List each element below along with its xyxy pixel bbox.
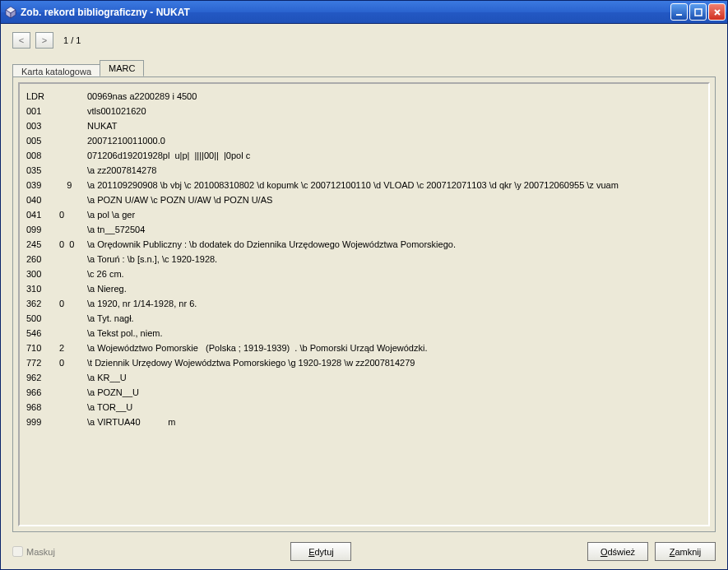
marc-row: 008071206d19201928pl u|p| ||||00|| |0pol…	[26, 148, 702, 163]
tabs: Karta katalogowa MARC	[1, 58, 727, 76]
marc-tag: 260	[26, 252, 59, 266]
close-window-button[interactable]: Zamknij	[655, 542, 716, 561]
mask-label: Maskuj	[26, 547, 55, 557]
marc-record-panel: LDR00969nas a2200289 i 4500001vtls001021…	[18, 82, 710, 526]
nav-toolbar: < > 1 / 1	[1, 24, 727, 53]
marc-row: 546\a Tekst pol., niem.	[26, 326, 702, 341]
marc-indicators: 0	[59, 207, 87, 222]
marc-row: 962\a KR__U	[26, 370, 702, 385]
marc-row: 001vtls001021620	[26, 104, 702, 118]
marc-value: NUKAT	[87, 118, 702, 133]
app-window: Zob. rekord bibliograficzny - NUKAT < > …	[0, 0, 728, 570]
marc-value: \a Niereg.	[87, 281, 702, 296]
marc-row: 966\a POZN__U	[26, 385, 702, 400]
marc-indicators: 0 0	[59, 237, 87, 252]
marc-value: 071206d19201928pl u|p| ||||00|| |0pol c	[87, 148, 702, 163]
marc-value: \a VIRTUA40 m	[87, 415, 702, 429]
marc-tag: 962	[26, 370, 59, 385]
marc-indicators: 0	[59, 296, 87, 311]
marc-value: \a Tyt. nagł.	[87, 311, 702, 326]
maximize-button[interactable]	[689, 3, 707, 21]
marc-row: 00520071210011000.0	[26, 133, 702, 148]
marc-value: \a Tekst pol., niem.	[87, 326, 702, 341]
marc-tag: 710	[26, 341, 59, 355]
marc-tag: LDR	[26, 89, 59, 104]
marc-tag: 772	[26, 355, 59, 370]
marc-row: 999\a VIRTUA40 m	[26, 415, 702, 429]
next-record-button[interactable]: >	[35, 32, 53, 49]
marc-value: \a pol \a ger	[87, 207, 702, 222]
marc-tag: 362	[26, 296, 59, 311]
marc-indicators: 2	[59, 341, 87, 355]
marc-value: \a tn__572504	[87, 222, 702, 237]
marc-row: LDR00969nas a2200289 i 4500	[26, 89, 702, 104]
marc-row: 7102\a Województwo Pomorskie (Polska ; 1…	[26, 341, 702, 355]
marc-row: 500\a Tyt. nagł.	[26, 311, 702, 326]
marc-tag: 001	[26, 104, 59, 118]
svg-rect-1	[695, 9, 702, 16]
marc-tag: 310	[26, 281, 59, 296]
marc-tag: 999	[26, 415, 59, 429]
mask-checkbox	[12, 546, 23, 557]
marc-row: 2450 0\a Orędownik Publiczny : \b dodate…	[26, 237, 702, 252]
close-icon	[713, 8, 721, 16]
close-button[interactable]	[708, 3, 726, 21]
tab-marc[interactable]: MARC	[100, 60, 144, 76]
marc-value: \a 201109290908 \b vbj \c 201008310802 \…	[87, 178, 702, 192]
marc-value: \a Orędownik Publiczny : \b dodatek do D…	[87, 237, 702, 252]
marc-value: \a 1920, nr 1/14-1928, nr 6.	[87, 296, 702, 311]
marc-tag: 039	[26, 178, 59, 192]
edit-button[interactable]: Edytuj	[290, 542, 351, 561]
maximize-icon	[694, 8, 702, 16]
marc-tag: 008	[26, 148, 59, 163]
refresh-button[interactable]: Odśwież	[587, 542, 648, 561]
marc-tag: 035	[26, 163, 59, 178]
marc-tag: 968	[26, 400, 59, 415]
marc-value: \a TOR__U	[87, 400, 702, 415]
minimize-icon	[675, 8, 684, 16]
marc-row: 300\c 26 cm.	[26, 266, 702, 281]
marc-value: \a zz2007814278	[87, 163, 702, 178]
marc-row: 310\a Niereg.	[26, 281, 702, 296]
marc-row: 0410\a pol \a ger	[26, 207, 702, 222]
app-icon	[4, 6, 17, 19]
marc-row: 003NUKAT	[26, 118, 702, 133]
marc-value: \a POZN U/AW \c POZN U/AW \d POZN U/AS	[87, 192, 702, 207]
marc-tag: 500	[26, 311, 59, 326]
marc-indicators: 0	[59, 355, 87, 370]
marc-indicators: 9	[59, 178, 87, 192]
tab-panel: LDR00969nas a2200289 i 4500001vtls001021…	[12, 76, 716, 532]
marc-tag: 040	[26, 192, 59, 207]
marc-tag: 099	[26, 222, 59, 237]
marc-tag: 966	[26, 385, 59, 400]
marc-value: \t Dziennik Urzędowy Województwa Pomorsk…	[87, 355, 702, 370]
marc-value: 20071210011000.0	[87, 133, 702, 148]
marc-tag: 003	[26, 118, 59, 133]
marc-row: 040\a POZN U/AW \c POZN U/AW \d POZN U/A…	[26, 192, 702, 207]
marc-tag: 300	[26, 266, 59, 281]
marc-row: 260\a Toruń : \b [s.n.], \c 1920-1928.	[26, 252, 702, 266]
marc-row: 3620\a 1920, nr 1/14-1928, nr 6.	[26, 296, 702, 311]
marc-value: 00969nas a2200289 i 4500	[87, 89, 702, 104]
marc-value: \a Toruń : \b [s.n.], \c 1920-1928.	[87, 252, 702, 266]
minimize-button[interactable]	[670, 3, 688, 21]
right-buttons: Odśwież Zamknij	[587, 542, 716, 561]
marc-row: 035\a zz2007814278	[26, 163, 702, 178]
marc-tag: 245	[26, 237, 59, 252]
marc-value: \c 26 cm.	[87, 266, 702, 281]
marc-value: \a KR__U	[87, 370, 702, 385]
marc-tag: 546	[26, 326, 59, 341]
window-title: Zob. rekord bibliograficzny - NUKAT	[21, 7, 670, 18]
marc-value: \a Województwo Pomorskie (Polska ; 1919-…	[87, 341, 702, 355]
titlebar: Zob. rekord bibliograficzny - NUKAT	[1, 1, 727, 24]
marc-value: vtls001021620	[87, 104, 702, 118]
marc-row: 7720\t Dziennik Urzędowy Województwa Pom…	[26, 355, 702, 370]
marc-value: \a POZN__U	[87, 385, 702, 400]
marc-tag: 005	[26, 133, 59, 148]
marc-row: 968\a TOR__U	[26, 400, 702, 415]
record-counter: 1 / 1	[63, 35, 81, 45]
mask-checkbox-wrap: Maskuj	[12, 546, 55, 557]
window-controls	[670, 3, 726, 21]
prev-record-button[interactable]: <	[12, 32, 30, 49]
marc-tag: 041	[26, 207, 59, 222]
